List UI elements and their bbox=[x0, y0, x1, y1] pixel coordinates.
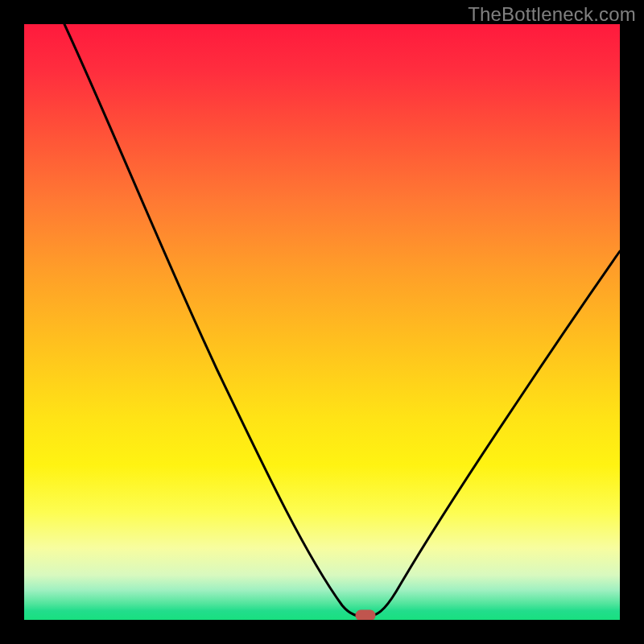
plot-area bbox=[24, 24, 620, 620]
curve-right-branch bbox=[366, 251, 620, 617]
watermark-text: TheBottleneck.com bbox=[468, 3, 636, 26]
minimum-marker bbox=[356, 610, 375, 620]
curve-left-branch bbox=[64, 24, 366, 617]
chart-frame: TheBottleneck.com bbox=[0, 0, 644, 644]
bottleneck-curve bbox=[24, 24, 620, 620]
